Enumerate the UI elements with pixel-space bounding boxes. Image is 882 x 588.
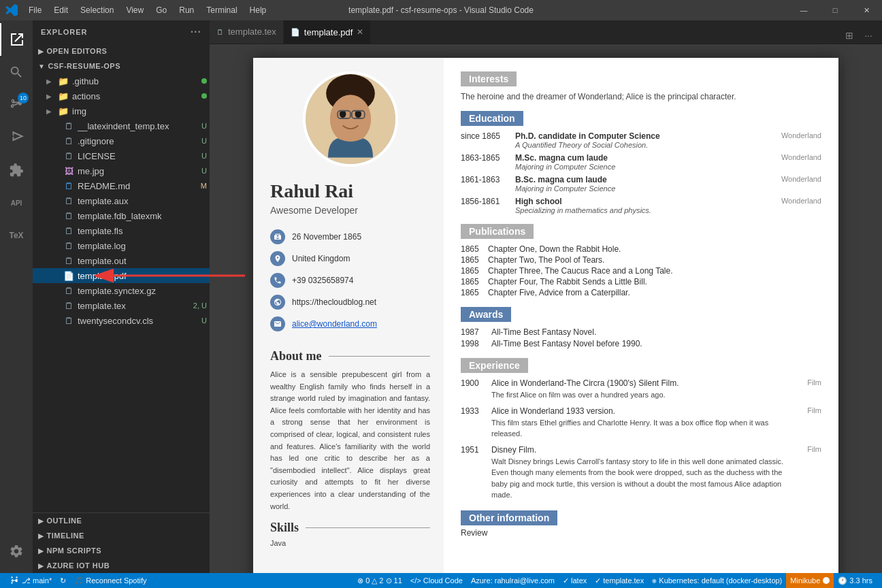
sidebar-title: EXPLORER — [41, 28, 88, 36]
exp-year-2: 1951 — [461, 445, 491, 455]
run-debug-activity-icon[interactable] — [0, 121, 33, 154]
pub-text-4: Chapter Five, Advice from a Caterpillar. — [488, 288, 630, 297]
menu-selection[interactable]: Selection — [75, 4, 119, 16]
tree-item-aux-label: template.aux — [78, 196, 210, 206]
menu-go[interactable]: Go — [150, 4, 172, 16]
cls-icon: 🗒 — [63, 316, 75, 326]
email-text: alice@wonderland.com — [292, 319, 377, 329]
tree-item-fdb[interactable]: ▶ 🗒 template.fdb_latexmk — [33, 208, 210, 223]
edu-content-3: High school Specializing in mathematics … — [515, 197, 767, 214]
status-sync[interactable]: ↻ — [56, 573, 70, 588]
menu-edit[interactable]: Edit — [48, 4, 74, 16]
npm-scripts-section[interactable]: ▶ NPM SCRIPTS — [33, 543, 210, 558]
pub-row-1: 1865 Chapter Two, The Pool of Tears. — [461, 255, 821, 265]
status-time[interactable]: 🕐 3.3 hrs — [834, 573, 877, 588]
tree-item-cls[interactable]: ▶ 🗒 twentysecondcv.cls U — [33, 313, 210, 328]
explorer-activity-icon[interactable] — [0, 23, 33, 56]
tree-item-synctex[interactable]: ▶ 🗒 template.synctex.gz — [33, 283, 210, 298]
status-latex[interactable]: ✓ latex — [559, 573, 591, 588]
timeline-section[interactable]: ▶ TIMELINE — [33, 528, 210, 543]
status-branch[interactable]: ⎇ main* — [5, 573, 56, 588]
minimize-button[interactable]: — — [788, 0, 819, 20]
sidebar-header: EXPLORER ··· — [33, 20, 210, 44]
award-text-0: All-Time Best Fantasy Novel. — [491, 327, 596, 337]
pub-year-1: 1865 — [461, 255, 488, 265]
tree-item-latexindent[interactable]: ▶ 🗒 __latexindent_temp.tex U — [33, 118, 210, 133]
tree-item-mejpg[interactable]: ▶ 🖼 me.jpg U — [33, 163, 210, 178]
tree-item-aux[interactable]: ▶ 🗒 template.aux — [33, 193, 210, 208]
close-tab-button[interactable]: ✕ — [357, 27, 363, 37]
tree-item-out[interactable]: ▶ 🗒 template.out — [33, 253, 210, 268]
fdb-icon: 🗒 — [63, 211, 75, 221]
status-cloud[interactable]: </> Cloud Code — [406, 573, 467, 588]
phone-text: +39 0325658974 — [292, 276, 353, 285]
pdf-viewer[interactable]: Rahul Rai Awesome Developer 26 November … — [210, 44, 882, 573]
status-spotify[interactable]: 🎵 Reconnect Spotify — [70, 573, 150, 588]
menu-view[interactable]: View — [120, 4, 149, 16]
other-info-section: Other information Review — [461, 510, 821, 538]
pub-year-4: 1865 — [461, 288, 488, 297]
tree-item-gitignore-label: .gitignore — [78, 136, 201, 146]
menu-help[interactable]: Help — [244, 4, 272, 16]
status-errors[interactable]: ⊗ 0 △ 2 ⊙ 11 — [353, 573, 406, 588]
tree-item-actions[interactable]: ▶ 📁 actions — [33, 88, 210, 103]
more-actions-button[interactable]: ··· — [860, 27, 877, 44]
sidebar-more-button[interactable]: ··· — [191, 26, 201, 38]
review-label: Review — [461, 528, 821, 538]
tree-item-readme[interactable]: ▶ 🗒 README.md M — [33, 178, 210, 193]
status-kubernetes[interactable]: ⎈ Kubernetes: default (docker-desktop) — [648, 573, 786, 588]
status-minikube[interactable]: Minikube — [786, 573, 834, 588]
edu-title-1: M.Sc. magna cum laude — [515, 153, 767, 163]
aux-icon: 🗒 — [63, 196, 75, 206]
tex-activity-icon[interactable]: TeX — [0, 219, 33, 252]
red-arrow-annotation — [210, 262, 259, 289]
status-template-tex[interactable]: ✓ template.tex — [591, 573, 648, 588]
tree-item-pdf[interactable]: ▶ 📄 template.pdf — [33, 268, 210, 283]
window-controls[interactable]: — □ ✕ — [788, 0, 882, 20]
tree-item-tex[interactable]: ▶ 🗒 template.tex 2, U — [33, 298, 210, 313]
pub-text-0: Chapter One, Down the Rabbit Hole. — [488, 244, 621, 254]
tex-tab-icon: 🗒 — [216, 28, 224, 36]
sync-icon: ↻ — [60, 576, 66, 585]
latexindent-status: U — [201, 122, 207, 130]
menu-terminal[interactable]: Terminal — [201, 4, 242, 16]
latex-text: ✓ latex — [563, 576, 587, 585]
menu-file[interactable]: File — [23, 4, 47, 16]
project-root-section[interactable]: ▼ CSF-RESUME-OPS — [33, 59, 210, 74]
split-editor-button[interactable]: ⊞ — [841, 27, 858, 44]
tree-item-img[interactable]: ▶ 📁 img — [33, 103, 210, 118]
mejpg-status: U — [201, 167, 207, 175]
api-activity-icon[interactable]: API — [0, 186, 33, 219]
exp-type-0: Film — [794, 378, 821, 387]
menu-bar[interactable]: File Edit Selection View Go Run Terminal… — [23, 4, 272, 16]
tree-item-license[interactable]: ▶ 🗒 LICENSE U — [33, 148, 210, 163]
cv-contact-location: United Kingdom — [270, 251, 430, 266]
exp-sub-0: The first Alice on film was over a hundr… — [491, 389, 794, 401]
edu-title-3: High school — [515, 197, 767, 206]
search-activity-icon[interactable] — [0, 56, 33, 88]
vscode-logo — [5, 4, 18, 16]
cv-left-column: Rahul Rai Awesome Developer 26 November … — [253, 58, 444, 573]
azure-iot-section[interactable]: ▶ AZURE IOT HUB — [33, 558, 210, 573]
menu-run[interactable]: Run — [174, 4, 199, 16]
tree-item-gitignore[interactable]: ▶ 🗒 .gitignore U — [33, 133, 210, 148]
tree-item-fls[interactable]: ▶ 🗒 template.fls — [33, 223, 210, 238]
edu-subtitle-2: Majoring in Computer Science — [515, 184, 767, 193]
edu-content-1: M.Sc. magna cum laude Majoring in Comput… — [515, 153, 767, 171]
tree-item-log[interactable]: ▶ 🗒 template.log — [33, 238, 210, 253]
pub-text-3: Chapter Four, The Rabbit Sends a Little … — [488, 277, 647, 287]
outline-section[interactable]: ▶ OUTLINE — [33, 513, 210, 528]
tree-item-github[interactable]: ▶ 📁 .github — [33, 74, 210, 88]
open-editors-section[interactable]: ▶ OPEN EDITORS — [33, 44, 210, 59]
extensions-activity-icon[interactable] — [0, 154, 33, 186]
status-azure[interactable]: Azure: rahulrai@live.com — [467, 573, 559, 588]
source-control-activity-icon[interactable]: 10 — [0, 88, 33, 121]
tab-template-tex[interactable]: 🗒 template.tex — [210, 20, 284, 44]
maximize-button[interactable]: □ — [819, 0, 851, 20]
phone-icon — [270, 273, 285, 288]
about-me-text: Alice is a sensible prepubescent girl fr… — [270, 369, 430, 512]
settings-activity-icon[interactable] — [0, 535, 33, 568]
tab-template-pdf[interactable]: 📄 template.pdf ✕ — [284, 20, 372, 44]
close-button[interactable]: ✕ — [851, 0, 882, 20]
edu-inst-3: Wonderland — [767, 197, 821, 214]
